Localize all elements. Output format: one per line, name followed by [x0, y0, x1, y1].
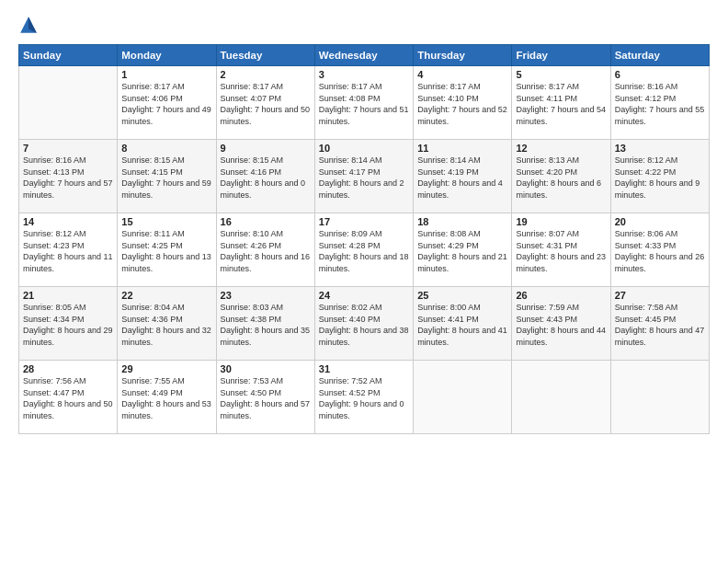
- calendar-cell: 27Sunrise: 7:58 AMSunset: 4:45 PMDayligh…: [610, 287, 709, 361]
- weekday-header-monday: Monday: [118, 45, 216, 66]
- day-info: Sunrise: 8:17 AMSunset: 4:08 PMDaylight:…: [319, 81, 409, 127]
- day-number: 10: [319, 143, 409, 154]
- day-number: 12: [516, 143, 606, 154]
- calendar-cell: 29Sunrise: 7:55 AMSunset: 4:49 PMDayligh…: [118, 361, 216, 434]
- day-info: Sunrise: 8:16 AMSunset: 4:13 PMDaylight:…: [23, 155, 113, 201]
- day-info: Sunrise: 7:56 AMSunset: 4:47 PMDaylight:…: [23, 375, 113, 421]
- calendar-cell: 4Sunrise: 8:17 AMSunset: 4:10 PMDaylight…: [414, 66, 512, 140]
- day-number: 6: [615, 69, 705, 80]
- day-number: 23: [221, 290, 311, 301]
- day-number: 19: [516, 216, 606, 227]
- day-info: Sunrise: 8:17 AMSunset: 4:06 PMDaylight:…: [121, 81, 211, 127]
- day-number: 31: [319, 363, 409, 374]
- calendar-cell: 28Sunrise: 7:56 AMSunset: 4:47 PMDayligh…: [19, 361, 118, 434]
- day-number: 14: [23, 216, 113, 227]
- day-number: 30: [221, 363, 311, 374]
- day-number: 28: [23, 363, 113, 374]
- calendar-cell: 25Sunrise: 8:00 AMSunset: 4:41 PMDayligh…: [414, 287, 512, 361]
- calendar-cell: 20Sunrise: 8:06 AMSunset: 4:33 PMDayligh…: [610, 213, 709, 287]
- day-info: Sunrise: 7:58 AMSunset: 4:45 PMDaylight:…: [615, 302, 705, 348]
- calendar-cell: 30Sunrise: 7:53 AMSunset: 4:50 PMDayligh…: [216, 361, 314, 434]
- day-info: Sunrise: 8:17 AMSunset: 4:10 PMDaylight:…: [417, 81, 507, 127]
- calendar-cell: 8Sunrise: 8:15 AMSunset: 4:15 PMDaylight…: [118, 140, 216, 213]
- day-number: 3: [319, 69, 409, 80]
- weekday-header-sunday: Sunday: [19, 45, 118, 66]
- calendar-cell: 3Sunrise: 8:17 AMSunset: 4:08 PMDaylight…: [314, 66, 413, 140]
- calendar-cell: 15Sunrise: 8:11 AMSunset: 4:25 PMDayligh…: [118, 213, 216, 287]
- calendar-page: SundayMondayTuesdayWednesdayThursdayFrid…: [0, 0, 728, 563]
- weekday-header-friday: Friday: [512, 45, 610, 66]
- calendar-cell: [414, 361, 512, 434]
- calendar-week-4: 21Sunrise: 8:05 AMSunset: 4:34 PMDayligh…: [19, 287, 710, 361]
- calendar-cell: 23Sunrise: 8:03 AMSunset: 4:38 PMDayligh…: [216, 287, 314, 361]
- day-number: 2: [221, 69, 311, 80]
- day-info: Sunrise: 8:11 AMSunset: 4:25 PMDaylight:…: [121, 228, 211, 274]
- day-number: 8: [121, 143, 211, 154]
- day-info: Sunrise: 8:03 AMSunset: 4:38 PMDaylight:…: [221, 302, 311, 348]
- day-number: 7: [23, 143, 113, 154]
- day-info: Sunrise: 8:15 AMSunset: 4:15 PMDaylight:…: [121, 155, 211, 201]
- calendar-cell: [19, 66, 118, 140]
- calendar-cell: 12Sunrise: 8:13 AMSunset: 4:20 PMDayligh…: [512, 140, 610, 213]
- calendar-cell: 17Sunrise: 8:09 AMSunset: 4:28 PMDayligh…: [314, 213, 413, 287]
- day-info: Sunrise: 8:07 AMSunset: 4:31 PMDaylight:…: [516, 228, 606, 274]
- calendar-cell: 22Sunrise: 8:04 AMSunset: 4:36 PMDayligh…: [118, 287, 216, 361]
- day-info: Sunrise: 8:14 AMSunset: 4:17 PMDaylight:…: [319, 155, 409, 201]
- weekday-header-wednesday: Wednesday: [314, 45, 413, 66]
- day-info: Sunrise: 8:00 AMSunset: 4:41 PMDaylight:…: [417, 302, 507, 348]
- calendar-cell: 9Sunrise: 8:15 AMSunset: 4:16 PMDaylight…: [216, 140, 314, 213]
- calendar-cell: 18Sunrise: 8:08 AMSunset: 4:29 PMDayligh…: [414, 213, 512, 287]
- calendar-week-1: 1Sunrise: 8:17 AMSunset: 4:06 PMDaylight…: [19, 66, 710, 140]
- calendar-week-5: 28Sunrise: 7:56 AMSunset: 4:47 PMDayligh…: [19, 361, 710, 434]
- calendar-cell: [512, 361, 610, 434]
- day-number: 4: [417, 69, 507, 80]
- day-number: 11: [417, 143, 507, 154]
- day-number: 29: [121, 363, 211, 374]
- weekday-header-thursday: Thursday: [414, 45, 512, 66]
- calendar-header: SundayMondayTuesdayWednesdayThursdayFrid…: [19, 45, 710, 66]
- day-info: Sunrise: 8:04 AMSunset: 4:36 PMDaylight:…: [121, 302, 211, 348]
- day-number: 22: [121, 290, 211, 301]
- day-number: 26: [516, 290, 606, 301]
- calendar-cell: 5Sunrise: 8:17 AMSunset: 4:11 PMDaylight…: [512, 66, 610, 140]
- logo: [18, 15, 42, 35]
- calendar-cell: [610, 361, 709, 434]
- day-number: 27: [615, 290, 705, 301]
- day-info: Sunrise: 8:06 AMSunset: 4:33 PMDaylight:…: [615, 228, 705, 274]
- calendar-cell: 14Sunrise: 8:12 AMSunset: 4:23 PMDayligh…: [19, 213, 118, 287]
- day-number: 15: [121, 216, 211, 227]
- calendar-cell: 13Sunrise: 8:12 AMSunset: 4:22 PMDayligh…: [610, 140, 709, 213]
- calendar-cell: 1Sunrise: 8:17 AMSunset: 4:06 PMDaylight…: [118, 66, 216, 140]
- calendar-cell: 26Sunrise: 7:59 AMSunset: 4:43 PMDayligh…: [512, 287, 610, 361]
- day-number: 25: [417, 290, 507, 301]
- day-info: Sunrise: 7:52 AMSunset: 4:52 PMDaylight:…: [319, 375, 409, 421]
- calendar-cell: 11Sunrise: 8:14 AMSunset: 4:19 PMDayligh…: [414, 140, 512, 213]
- calendar-cell: 24Sunrise: 8:02 AMSunset: 4:40 PMDayligh…: [314, 287, 413, 361]
- day-number: 17: [319, 216, 409, 227]
- calendar-cell: 7Sunrise: 8:16 AMSunset: 4:13 PMDaylight…: [19, 140, 118, 213]
- calendar-cell: 10Sunrise: 8:14 AMSunset: 4:17 PMDayligh…: [314, 140, 413, 213]
- day-info: Sunrise: 8:08 AMSunset: 4:29 PMDaylight:…: [417, 228, 507, 274]
- calendar-cell: 31Sunrise: 7:52 AMSunset: 4:52 PMDayligh…: [314, 361, 413, 434]
- day-number: 20: [615, 216, 705, 227]
- day-info: Sunrise: 8:16 AMSunset: 4:12 PMDaylight:…: [615, 81, 705, 127]
- day-info: Sunrise: 8:12 AMSunset: 4:23 PMDaylight:…: [23, 228, 113, 274]
- day-info: Sunrise: 8:14 AMSunset: 4:19 PMDaylight:…: [417, 155, 507, 201]
- day-info: Sunrise: 8:02 AMSunset: 4:40 PMDaylight:…: [319, 302, 409, 348]
- calendar-week-3: 14Sunrise: 8:12 AMSunset: 4:23 PMDayligh…: [19, 213, 710, 287]
- weekday-header-tuesday: Tuesday: [216, 45, 314, 66]
- day-number: 16: [221, 216, 311, 227]
- day-number: 18: [417, 216, 507, 227]
- day-number: 9: [221, 143, 311, 154]
- day-info: Sunrise: 7:59 AMSunset: 4:43 PMDaylight:…: [516, 302, 606, 348]
- day-info: Sunrise: 7:55 AMSunset: 4:49 PMDaylight:…: [121, 375, 211, 421]
- day-number: 5: [516, 69, 606, 80]
- calendar-cell: 19Sunrise: 8:07 AMSunset: 4:31 PMDayligh…: [512, 213, 610, 287]
- day-info: Sunrise: 8:13 AMSunset: 4:20 PMDaylight:…: [516, 155, 606, 201]
- day-info: Sunrise: 8:10 AMSunset: 4:26 PMDaylight:…: [221, 228, 311, 274]
- day-info: Sunrise: 8:17 AMSunset: 4:07 PMDaylight:…: [221, 81, 311, 127]
- day-info: Sunrise: 8:05 AMSunset: 4:34 PMDaylight:…: [23, 302, 113, 348]
- calendar-cell: 6Sunrise: 8:16 AMSunset: 4:12 PMDaylight…: [610, 66, 709, 140]
- logo-icon: [18, 15, 39, 35]
- day-number: 24: [319, 290, 409, 301]
